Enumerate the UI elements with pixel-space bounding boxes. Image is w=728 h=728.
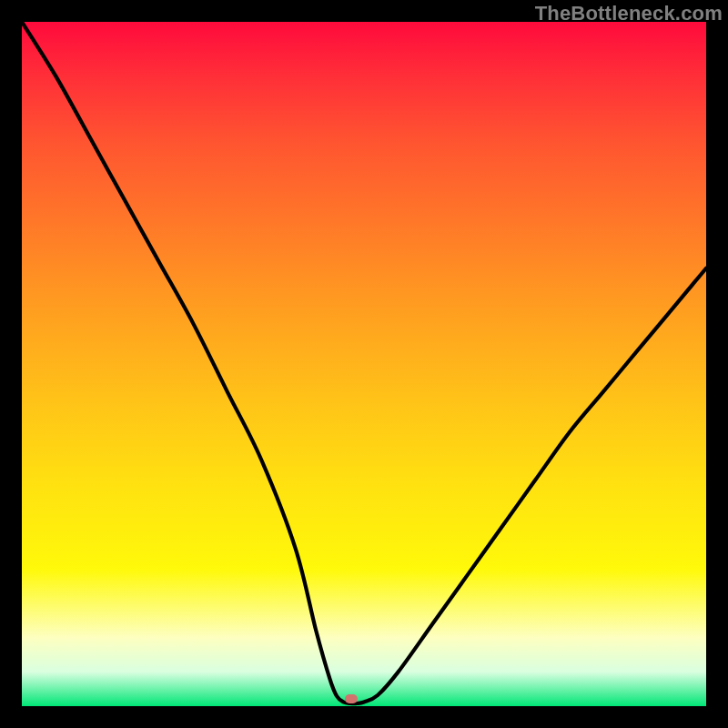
chart-frame: TheBottleneck.com <box>0 0 728 728</box>
optimal-point-marker <box>345 694 358 703</box>
plot-area <box>22 22 706 706</box>
curve-svg <box>22 22 706 706</box>
bottleneck-curve <box>22 22 706 703</box>
